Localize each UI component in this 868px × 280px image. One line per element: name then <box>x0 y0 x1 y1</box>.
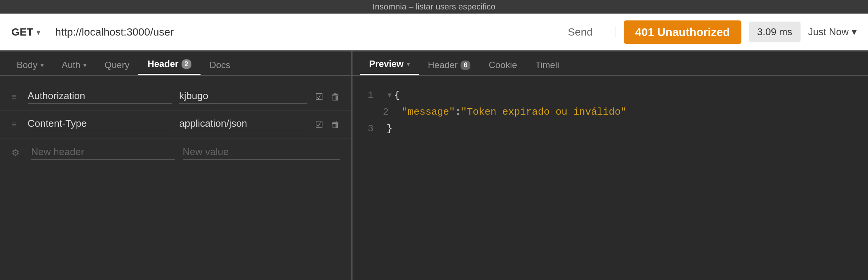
response-tabs: Preview ▾ Header 6 Cookie Timeli <box>353 51 868 76</box>
tab-cookie-label: Cookie <box>489 60 517 70</box>
tab-timeline-label: Timeli <box>535 60 559 70</box>
tab-timeline[interactable]: Timeli <box>526 55 568 75</box>
tab-header-label: Header <box>147 59 178 69</box>
tab-cookie[interactable]: Cookie <box>479 55 526 75</box>
tab-auth-label: Auth <box>62 60 80 70</box>
method-chevron-icon: ▾ <box>36 28 40 37</box>
new-header-value-input[interactable]: New value <box>183 146 340 160</box>
json-line-3: 3 } <box>368 120 853 137</box>
response-content: 1 ▾ { 2 "message" : "Token expirado ou i… <box>353 76 868 280</box>
method-label: GET <box>11 26 33 38</box>
tab-preview[interactable]: Preview ▾ <box>360 54 419 75</box>
json-close-brace: } <box>387 120 393 137</box>
json-line-2: 2 "message" : "Token expirado ou inválid… <box>383 104 853 120</box>
send-button[interactable]: Send <box>556 26 604 38</box>
header-actions: ☑ 🗑 <box>315 92 340 102</box>
check-icon[interactable]: ☑ <box>315 119 323 130</box>
tab-body-label: Body <box>17 60 38 70</box>
line-number-3: 3 <box>368 120 379 137</box>
trash-icon[interactable]: 🗑 <box>331 92 340 102</box>
url-input[interactable] <box>48 26 557 38</box>
timestamp-label: Just Now <box>808 26 849 38</box>
json-line-1: 1 ▾ { <box>368 87 853 104</box>
tab-docs[interactable]: Docs <box>201 55 240 75</box>
header-name-content-type[interactable]: Content-Type <box>28 118 172 131</box>
check-icon[interactable]: ☑ <box>315 92 323 102</box>
header-value-content-type[interactable]: application/json <box>179 118 307 131</box>
gear-icon[interactable]: ⚙ <box>11 148 20 158</box>
collapse-arrow-icon[interactable]: ▾ <box>387 87 393 104</box>
tab-response-header-label: Header <box>428 60 458 70</box>
json-colon: : <box>455 104 461 120</box>
new-header-name-input[interactable]: New header <box>31 146 175 160</box>
header-actions: ☑ 🗑 <box>315 119 340 130</box>
tab-docs-label: Docs <box>210 60 230 70</box>
drag-handle-icon[interactable]: ≡ <box>11 120 16 129</box>
tab-response-header[interactable]: Header 6 <box>419 55 480 75</box>
tab-response-header-badge: 6 <box>461 61 470 70</box>
tab-header[interactable]: Header 2 <box>138 54 200 75</box>
tab-preview-chevron-icon: ▾ <box>407 61 410 68</box>
request-tabs: Body ▾ Auth ▾ Query Header 2 Docs <box>0 51 351 76</box>
tab-auth-chevron-icon: ▾ <box>83 62 86 69</box>
trash-icon[interactable]: 🗑 <box>331 119 340 130</box>
json-open-brace: { <box>394 87 400 104</box>
tab-body-chevron-icon: ▾ <box>41 62 44 69</box>
tab-auth[interactable]: Auth ▾ <box>53 55 96 75</box>
json-key-message: "message" <box>402 104 455 120</box>
headers-content: ≡ Authorization kjbugo ☑ 🗑 ≡ Content-Typ… <box>0 76 351 280</box>
json-value-message: "Token expirado ou inválido" <box>461 104 627 120</box>
right-panel: Preview ▾ Header 6 Cookie Timeli 1 ▾ { 2 <box>353 51 868 280</box>
status-badge: 401 Unauthorized <box>624 20 741 44</box>
tab-preview-label: Preview <box>369 59 404 69</box>
table-row: ≡ Authorization kjbugo ☑ 🗑 <box>0 83 351 111</box>
timestamp-chevron-icon: ▾ <box>852 26 857 38</box>
drag-handle-icon[interactable]: ≡ <box>11 92 16 102</box>
new-header-row: ⚙ New header New value <box>0 138 351 167</box>
left-panel: Body ▾ Auth ▾ Query Header 2 Docs ≡ <box>0 51 353 280</box>
response-meta: 401 Unauthorized 3.09 ms Just Now ▾ <box>624 20 857 44</box>
line-number-1: 1 <box>368 87 379 104</box>
tab-query-label: Query <box>105 60 129 70</box>
method-selector[interactable]: GET ▾ <box>11 26 48 38</box>
tab-query[interactable]: Query <box>96 55 138 75</box>
tab-body[interactable]: Body ▾ <box>8 55 53 75</box>
title-bar: Insomnia – listar users especifico <box>0 0 868 14</box>
main-layout: Body ▾ Auth ▾ Query Header 2 Docs ≡ <box>0 51 868 280</box>
header-name-authorization[interactable]: Authorization <box>28 90 172 104</box>
header-value-authorization[interactable]: kjbugo <box>179 90 307 104</box>
line-number-2: 2 <box>383 104 394 120</box>
url-bar: GET ▾ Send 401 Unauthorized 3.09 ms Just… <box>0 14 868 51</box>
app-title: Insomnia – listar users especifico <box>373 2 495 12</box>
table-row: ≡ Content-Type application/json ☑ 🗑 <box>0 111 351 138</box>
time-badge: 3.09 ms <box>749 22 801 42</box>
tab-header-badge: 2 <box>182 59 191 69</box>
timestamp: Just Now ▾ <box>808 26 857 38</box>
